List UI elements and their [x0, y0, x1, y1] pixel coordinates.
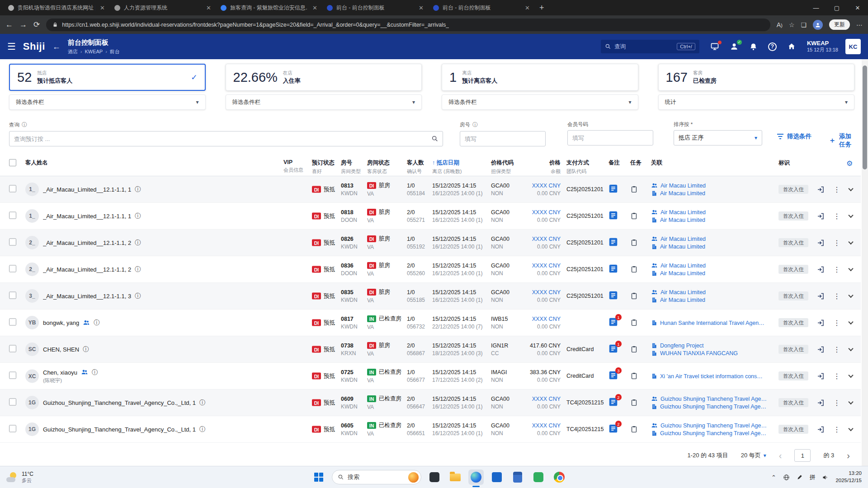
- related-profile-name[interactable]: Air Macau Limited: [660, 236, 706, 242]
- info-icon[interactable]: ⓘ: [135, 185, 141, 193]
- vertical-scrollbar[interactable]: [862, 59, 868, 466]
- table-row[interactable]: 1G Guizhou_Shunjing_Tiancheng_Travel_Age…: [0, 416, 861, 443]
- taskbar-search-box[interactable]: 搜索: [332, 470, 421, 484]
- price[interactable]: 383.36 CNY: [510, 369, 561, 375]
- browser-menu-icon[interactable]: ⋯: [856, 21, 863, 28]
- related-profile-name[interactable]: Air Macau Limited: [660, 209, 706, 216]
- table-row[interactable]: YB bongwk, yang ⓘ DI 预抵 0817: [0, 310, 861, 336]
- reservation-search-input[interactable]: [9, 131, 443, 146]
- window-minimize-button[interactable]: —: [806, 0, 826, 15]
- tab-close-icon[interactable]: ✕: [205, 5, 212, 11]
- page-size-select[interactable]: 20 每页 ▾: [741, 451, 766, 460]
- related-profile-link[interactable]: Guizhou Shunjing Tiancheng Travel Age…: [651, 429, 781, 437]
- col-tags[interactable]: 标识: [778, 159, 816, 167]
- price[interactable]: XXXX CNY: [510, 316, 561, 322]
- expand-row-icon[interactable]: [848, 266, 853, 271]
- price[interactable]: XXXX CNY: [510, 263, 561, 269]
- column-settings-icon[interactable]: ⚙: [846, 160, 853, 167]
- check-in-icon[interactable]: [816, 372, 825, 380]
- refresh-button[interactable]: ⟳: [33, 20, 40, 29]
- tasks-clipboard-icon[interactable]: [630, 346, 648, 353]
- check-in-icon[interactable]: [816, 399, 825, 407]
- row-menu-icon[interactable]: ⋮: [833, 239, 840, 247]
- help-icon[interactable]: ?: [768, 42, 777, 51]
- col-room-number[interactable]: 房号: [341, 159, 366, 167]
- stat-card[interactable]: 167 客房 已检查房 ✓: [658, 64, 855, 91]
- hidden-icons-chevron[interactable]: ⌃: [771, 474, 776, 481]
- table-row[interactable]: 3_ _Air_Macau_Limited__12.1-1.1, 3 ⓘ DI …: [0, 283, 861, 310]
- breadcrumb-hotel[interactable]: 酒店: [68, 48, 78, 55]
- col-reservation-status[interactable]: 预订状态: [312, 159, 340, 167]
- tasks-clipboard-icon[interactable]: [630, 372, 648, 380]
- related-profile-link[interactable]: Guizhou Shunjing Tiancheng Travel Age…: [651, 395, 781, 403]
- related-profile-name[interactable]: Xi 'an Air Travel ticket information con…: [660, 373, 763, 379]
- sort-by-select[interactable]: 抵店 正序 ▾: [674, 130, 762, 145]
- related-profile-name[interactable]: Air Macau Limited: [660, 190, 705, 197]
- stat-card[interactable]: 22.66% 在店 入住率 ✓: [226, 64, 422, 91]
- tasks-clipboard-icon[interactable]: [630, 239, 648, 247]
- browser-tab[interactable]: 前台 - 前台控制面板 ✕: [323, 1, 428, 14]
- row-menu-icon[interactable]: ⋮: [833, 372, 840, 380]
- current-page-input[interactable]: 1: [794, 449, 811, 462]
- related-profile-name[interactable]: Guizhou Shunjing Tiancheng Travel Age…: [660, 404, 766, 410]
- expand-row-icon[interactable]: [848, 292, 853, 297]
- pen-icon[interactable]: [797, 474, 803, 480]
- info-icon[interactable]: ⓘ: [135, 292, 141, 300]
- user-avatar[interactable]: KC: [845, 39, 861, 54]
- row-menu-icon[interactable]: ⋮: [833, 292, 840, 300]
- info-icon[interactable]: ⓘ: [83, 345, 89, 353]
- home-icon[interactable]: [787, 42, 796, 51]
- related-profile-link[interactable]: Air Macau Limited: [651, 262, 781, 269]
- expand-row-icon[interactable]: [848, 346, 853, 351]
- collections-icon[interactable]: ❏: [801, 21, 807, 28]
- page-back-icon[interactable]: ←: [52, 42, 61, 52]
- related-profile-link[interactable]: Guizhou Shunjing Tiancheng Travel Age…: [651, 422, 781, 429]
- related-profile-name[interactable]: Air Macau Limited: [660, 297, 705, 303]
- info-icon[interactable]: ⓘ: [199, 399, 206, 407]
- info-icon[interactable]: ⓘ: [135, 212, 141, 220]
- notes-icon[interactable]: 0: [609, 237, 618, 247]
- related-profile-name[interactable]: Air Macau Limited: [660, 217, 705, 223]
- notes-icon[interactable]: 2: [609, 397, 618, 407]
- check-in-icon[interactable]: [816, 292, 825, 300]
- check-in-icon[interactable]: [816, 185, 825, 193]
- row-menu-icon[interactable]: ⋮: [833, 319, 840, 327]
- price[interactable]: XXXX CNY: [510, 236, 561, 242]
- price[interactable]: XXXX CNY: [510, 289, 561, 296]
- related-profile-link[interactable]: Air Macau Limited: [651, 288, 781, 296]
- related-profile-name[interactable]: Guizhou Shunjing Tiancheng Travel Age…: [660, 422, 767, 429]
- start-button[interactable]: [311, 469, 326, 485]
- related-profile-link[interactable]: Air Macau Limited: [651, 189, 781, 197]
- related-profile-name[interactable]: Guizhou Shunjing Tiancheng Travel Age…: [660, 430, 766, 436]
- expand-row-icon[interactable]: [848, 319, 853, 324]
- row-checkbox[interactable]: [9, 425, 16, 432]
- back-button[interactable]: ←: [5, 20, 13, 29]
- favorite-star-icon[interactable]: ☆: [789, 21, 795, 28]
- taskbar-photos-icon[interactable]: [427, 469, 442, 485]
- tasks-clipboard-icon[interactable]: [630, 186, 648, 193]
- related-profile-link[interactable]: Air Macau Limited: [651, 216, 781, 224]
- check-in-icon[interactable]: [816, 265, 825, 273]
- check-in-icon[interactable]: [816, 425, 825, 433]
- address-bar[interactable]: https://cn1.web.ep.shiji.world/individua…: [46, 19, 770, 31]
- info-icon[interactable]: ⓘ: [94, 319, 100, 327]
- table-row[interactable]: 2_ _Air_Macau_Limited__12.1-1.1, 2 ⓘ DI …: [0, 230, 861, 256]
- taskbar-green-app-icon[interactable]: [531, 469, 546, 485]
- filter-criteria-button[interactable]: 筛选条件: [777, 132, 811, 141]
- col-tasks[interactable]: 任务: [630, 159, 648, 167]
- info-icon[interactable]: ⓘ: [472, 121, 478, 129]
- notes-icon[interactable]: 0: [609, 264, 618, 273]
- row-menu-icon[interactable]: ⋮: [833, 425, 840, 434]
- col-price[interactable]: 价格: [510, 159, 561, 167]
- related-profile-name[interactable]: Air Macau Limited: [660, 263, 706, 269]
- table-row[interactable]: 2_ _Air_Macau_Limited__12.1-1.1, 2 ⓘ DI …: [0, 256, 861, 283]
- related-profile-link[interactable]: Guizhou Shunjing Tiancheng Travel Age…: [651, 403, 781, 410]
- previous-page-icon[interactable]: ‹: [779, 450, 782, 461]
- notes-icon[interactable]: 1: [609, 317, 618, 327]
- row-checkbox[interactable]: [9, 212, 16, 219]
- expand-row-icon[interactable]: [848, 399, 853, 404]
- price[interactable]: 417.60 CNY: [510, 343, 561, 349]
- related-profile-name[interactable]: Guizhou Shunjing Tiancheng Travel Age…: [660, 396, 767, 402]
- tasks-clipboard-icon[interactable]: [630, 292, 648, 300]
- tasks-clipboard-icon[interactable]: [630, 266, 648, 273]
